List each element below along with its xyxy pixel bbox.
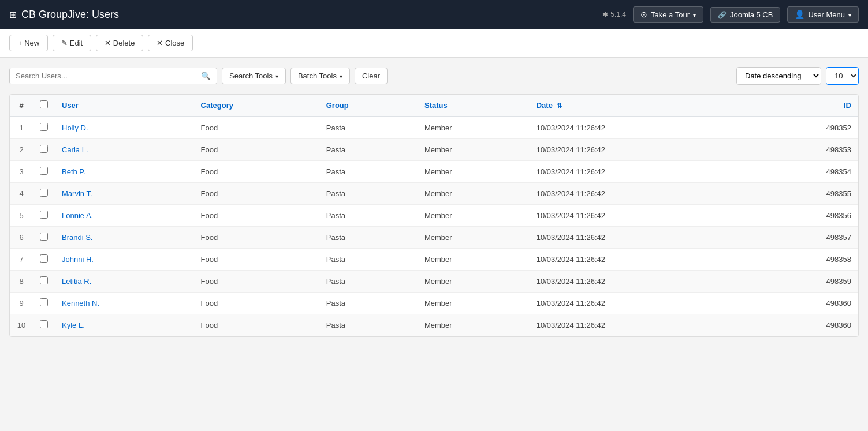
row-checkbox[interactable]: [40, 123, 48, 131]
cell-check: [33, 293, 55, 314]
cell-id: 498356: [753, 205, 858, 227]
take-tour-button[interactable]: Take a Tour: [633, 6, 703, 23]
col-header-id[interactable]: ID: [753, 95, 858, 117]
joomla-button[interactable]: Joomla 5 CB: [710, 7, 780, 23]
cell-user[interactable]: Marvin T.: [55, 183, 194, 205]
cell-category: Food: [194, 314, 319, 336]
cell-user[interactable]: Holly D.: [55, 117, 194, 139]
cell-check: [33, 271, 55, 293]
tour-caret-icon: [693, 10, 696, 19]
user-link[interactable]: Beth P.: [62, 167, 85, 176]
search-submit-button[interactable]: 🔍: [195, 68, 217, 84]
cell-num: 8: [10, 271, 33, 293]
cell-user[interactable]: Johnni H.: [55, 249, 194, 271]
cell-user[interactable]: Kyle L.: [55, 314, 194, 336]
cell-date: 10/03/2024 11:26:42: [530, 205, 753, 227]
cell-id: 498358: [753, 249, 858, 271]
cell-id: 498357: [753, 227, 858, 249]
per-page-select[interactable]: 5 10 15 20 25 50: [826, 67, 859, 85]
table-row: 9 Kenneth N. Food Pasta Member 10/03/202…: [10, 293, 858, 314]
cell-category: Food: [194, 271, 319, 293]
cell-num: 1: [10, 117, 33, 139]
cell-user[interactable]: Brandi S.: [55, 227, 194, 249]
user-link[interactable]: Kenneth N.: [62, 299, 99, 308]
cell-id: 498359: [753, 271, 858, 293]
cell-check: [33, 249, 55, 271]
cell-group: Pasta: [319, 117, 418, 139]
row-checkbox[interactable]: [40, 189, 48, 197]
cell-group: Pasta: [319, 205, 418, 227]
row-checkbox[interactable]: [40, 233, 48, 241]
cell-check: [33, 139, 55, 161]
cell-user[interactable]: Lonnie A.: [55, 205, 194, 227]
cell-user[interactable]: Beth P.: [55, 161, 194, 183]
select-all-checkbox[interactable]: [40, 100, 48, 108]
cell-group: Pasta: [319, 161, 418, 183]
table-row: 7 Johnni H. Food Pasta Member 10/03/2024…: [10, 249, 858, 271]
cell-status: Member: [418, 271, 530, 293]
cell-category: Food: [194, 183, 319, 205]
users-table-container: # User Category Group Status: [9, 94, 859, 337]
batch-tools-caret-icon: [340, 72, 342, 80]
col-header-category[interactable]: Category: [194, 95, 319, 117]
cell-status: Member: [418, 314, 530, 336]
topbar-left: CB GroupJive: Users: [9, 9, 602, 21]
user-link[interactable]: Brandi S.: [62, 233, 92, 242]
search-input[interactable]: [10, 68, 195, 84]
cell-check: [33, 117, 55, 139]
row-checkbox[interactable]: [40, 276, 48, 284]
new-button[interactable]: + New: [9, 35, 48, 51]
row-checkbox[interactable]: [40, 320, 48, 328]
cell-num: 4: [10, 183, 33, 205]
row-checkbox[interactable]: [40, 254, 48, 263]
row-checkbox[interactable]: [40, 167, 48, 175]
table-row: 4 Marvin T. Food Pasta Member 10/03/2024…: [10, 183, 858, 205]
user-link[interactable]: Lonnie A.: [62, 211, 93, 220]
sort-icon: ⇅: [557, 102, 562, 109]
cell-id: 498353: [753, 139, 858, 161]
grid-icon: [9, 9, 17, 20]
cell-category: Food: [194, 249, 319, 271]
cell-category: Food: [194, 293, 319, 314]
close-button[interactable]: ✕ Close: [148, 35, 193, 51]
col-header-user[interactable]: User: [55, 95, 194, 117]
user-link[interactable]: Holly D.: [62, 123, 88, 132]
user-menu-button[interactable]: User Menu: [787, 6, 859, 23]
user-link[interactable]: Carla L.: [62, 145, 88, 154]
batch-tools-button[interactable]: Batch Tools: [290, 68, 350, 84]
cell-user[interactable]: Kenneth N.: [55, 293, 194, 314]
page-title: CB GroupJive: Users: [21, 9, 119, 21]
topbar: CB GroupJive: Users ✱ 5.1.4 Take a Tour …: [0, 0, 868, 29]
user-link[interactable]: Marvin T.: [62, 189, 92, 198]
user-link[interactable]: Johnni H.: [62, 255, 94, 264]
row-checkbox[interactable]: [40, 211, 48, 219]
cell-group: Pasta: [319, 227, 418, 249]
cell-status: Member: [418, 139, 530, 161]
col-header-status[interactable]: Status: [418, 95, 530, 117]
cell-date: 10/03/2024 11:26:42: [530, 314, 753, 336]
cell-status: Member: [418, 161, 530, 183]
col-header-check: [33, 95, 55, 117]
table-row: 8 Letitia R. Food Pasta Member 10/03/202…: [10, 271, 858, 293]
cell-group: Pasta: [319, 293, 418, 314]
cell-group: Pasta: [319, 271, 418, 293]
cell-category: Food: [194, 227, 319, 249]
cell-user[interactable]: Letitia R.: [55, 271, 194, 293]
cell-status: Member: [418, 227, 530, 249]
cell-id: 498352: [753, 117, 858, 139]
edit-button[interactable]: ✎ Edit: [53, 35, 91, 51]
col-header-group[interactable]: Group: [319, 95, 418, 117]
cell-num: 10: [10, 314, 33, 336]
cell-user[interactable]: Carla L.: [55, 139, 194, 161]
delete-button[interactable]: ✕ Delete: [96, 35, 143, 51]
user-link[interactable]: Kyle L.: [62, 321, 85, 329]
col-header-date[interactable]: Date ⇅: [530, 95, 753, 117]
clear-button[interactable]: Clear: [355, 68, 388, 84]
row-checkbox[interactable]: [40, 145, 48, 153]
search-tools-button[interactable]: Search Tools: [222, 68, 286, 84]
user-link[interactable]: Letitia R.: [62, 277, 91, 286]
cell-category: Food: [194, 139, 319, 161]
sort-select[interactable]: Date descending Date ascending Name asce…: [736, 67, 821, 85]
row-checkbox[interactable]: [40, 298, 48, 306]
cell-group: Pasta: [319, 139, 418, 161]
